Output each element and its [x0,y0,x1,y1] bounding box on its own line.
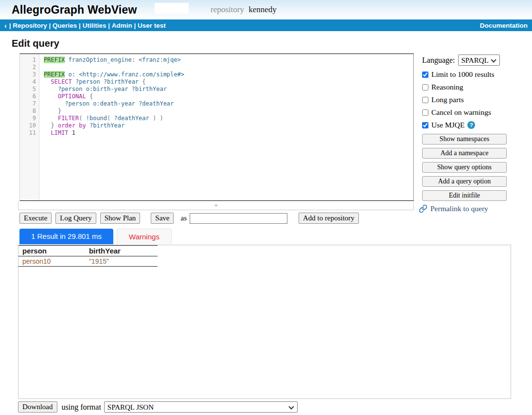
save-name-input[interactable] [190,213,287,224]
line-number: 1 [20,56,36,64]
edit-initfile-button[interactable]: Edit initfile [422,190,507,201]
code-token: ?person o:birth-year ?birthYear [44,86,167,92]
sidebar-buttons: Show namespacesAdd a namespaceShow query… [422,134,519,201]
repository-label: repository [211,5,244,14]
download-row: Download using format SPARQL JSON [18,401,298,413]
checkbox-long-parts: Long parts [422,95,519,104]
code-token: ?person ?birthYear [72,78,142,85]
results-header-row: personbirthYear [18,246,158,256]
app-header: AllegroGraph WebView repository kennedy [0,0,532,19]
show-plan-button[interactable]: Show Plan [100,213,141,224]
checkbox-input[interactable] [422,72,428,78]
nav-item-admin[interactable]: Admin [112,22,132,29]
tab-results[interactable]: 1 Result in 29.801 ms [19,229,113,244]
code-token: ?birthYear [86,122,124,129]
code-token: { [142,78,145,85]
code-token [86,93,89,100]
add-a-query-option-button[interactable]: Add a query option [422,176,507,187]
code-token [44,122,51,129]
checkbox-cancel-on-warnings: Cancel on warnings [422,108,519,117]
checkbox-label: Limit to 1000 results [431,70,495,79]
code-token [44,108,58,114]
show-query-options-button[interactable]: Show query options [422,162,507,173]
nav-item-repository[interactable]: Repository [13,22,47,29]
code-token: } [58,108,61,114]
code-line-8: 8 } [20,108,413,115]
repository-name: kennedy [248,5,277,14]
header-blank-box [155,3,189,14]
code-token [44,78,51,85]
save-button[interactable]: Save [151,213,174,224]
code-token [44,129,51,136]
line-number: 5 [20,86,36,93]
column-header-person: person [18,246,85,256]
code-token: PREFIX [44,71,65,78]
results-panel: personbirthYear person10"1915" [18,245,511,399]
language-select[interactable]: SPARQL [458,54,500,66]
code-token: ?person o:death-year ?deathYear [44,100,174,107]
execute-button[interactable]: Execute [19,213,52,224]
nav-bar: ‹ | Repository | Queries | Utilities | A… [0,19,532,31]
query-toolbar: Execute Log Query Show Plan Save as Add … [19,213,363,224]
line-number: 6 [20,93,36,100]
table-row: person10"1915" [18,256,158,267]
nav-back-chevron-icon[interactable]: ‹ [4,21,7,30]
line-number: 2 [20,64,36,71]
code-token: franzOption_engine: <franz:mjqe> [65,56,180,63]
code-token: ( [107,115,114,122]
nav-item-queries[interactable]: Queries [53,22,77,29]
code-token: !bound [86,115,107,122]
download-button[interactable]: Download [18,401,57,413]
line-number: 11 [20,129,36,137]
checkbox-input[interactable] [422,122,428,128]
nav-item-user-test[interactable]: User test [138,22,166,29]
checkbox-limit-to-1000-results: Limit to 1000 results [422,70,519,79]
save-as-label: as [180,214,187,222]
code-token: o: <http://www.franz.com/simple#> [65,71,184,78]
column-header-birthYear: birthYear [85,246,158,256]
tab-warnings[interactable]: Warnings [117,229,172,244]
code-token: ) ) [149,115,163,122]
checkbox-input[interactable] [422,97,428,103]
nav-item-documentation[interactable]: Documentation [480,22,528,29]
checkbox-input[interactable] [422,109,428,116]
code-line-4: 4 SELECT ?person ?birthYear { [20,78,413,86]
query-editor[interactable]: 1PREFIX franzOption_engine: <franz:mjqe>… [19,54,414,201]
language-row: Language: SPARQL [422,54,519,66]
nav-separator: | [106,22,111,29]
add-to-repository-button[interactable]: Add to repository [299,213,359,224]
code-token: ( [79,115,86,122]
nav-item-utilities[interactable]: Utilities [83,22,106,29]
code-token: PREFIX [44,56,65,63]
query-options-sidebar: Language: SPARQL Limit to 1000 resultsRe… [422,54,519,213]
permalink-to-query[interactable]: Permalink to query [419,204,519,213]
add-a-namespace-button[interactable]: Add a namespace [422,148,507,159]
code-token: order by [58,122,86,129]
checkbox-reasoning: Reasoning [422,83,519,91]
show-namespaces-button[interactable]: Show namespaces [422,134,507,144]
line-number: 10 [20,122,36,129]
editor-resize-handle[interactable]: ≡ [18,201,414,210]
line-number: 9 [20,115,36,122]
line-number: 8 [20,108,36,115]
code-line-1: 1PREFIX franzOption_engine: <franz:mjqe> [20,56,413,64]
editor-code-lines: 1PREFIX franzOption_engine: <franz:mjqe>… [20,54,413,137]
code-token: { [89,93,93,100]
checkbox-input[interactable] [422,84,428,90]
using-format-label: using format [62,403,101,412]
nav-links: ‹ | Repository | Queries | Utilities | A… [4,21,166,30]
code-token [44,115,58,122]
checkbox-label: Cancel on warnings [431,108,491,117]
checkbox-label: Use MJQE [431,121,464,129]
page-title: Edit query [12,38,59,49]
code-line-3: 3PREFIX o: <http://www.franz.com/simple#… [20,71,413,78]
results-tabs: 1 Result in 29.801 msWarnings [19,229,175,244]
line-number: 7 [20,100,36,108]
format-select[interactable]: SPARQL JSON [104,401,298,413]
code-line-7: 7 ?person o:death-year ?deathYear [20,100,413,108]
code-line-10: 10 } order by ?birthYear [20,122,413,129]
log-query-button[interactable]: Log Query [55,213,96,224]
help-icon[interactable]: ? [467,121,475,129]
result-person-cell[interactable]: person10 [18,256,85,267]
code-token: OPTIONAL [58,93,86,100]
